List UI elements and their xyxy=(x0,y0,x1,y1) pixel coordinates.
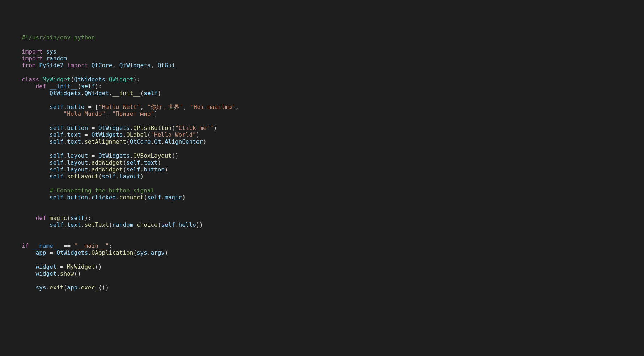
keyword-import: import xyxy=(67,62,88,69)
keyword-import: import xyxy=(22,48,43,55)
keyword-from: from xyxy=(22,62,36,69)
keyword-class: class xyxy=(22,76,39,83)
string-literal: "Hei maailma" xyxy=(190,103,235,110)
keyword-def: def xyxy=(36,215,46,221)
module-qtwidgets: QtWidgets xyxy=(119,62,151,69)
module-qtgui: QtGui xyxy=(158,62,175,69)
attr-layout: layout xyxy=(67,152,88,159)
string-literal: "你好，世界" xyxy=(147,103,183,110)
string-literal: "Click me!" xyxy=(175,124,213,131)
module-random: random xyxy=(46,55,67,62)
attr-button: button xyxy=(67,124,88,131)
code-editor[interactable]: #!/usr/bin/env python import sys import … xyxy=(22,34,622,291)
keyword-def: def xyxy=(36,83,46,90)
method-init: __init__ xyxy=(50,83,77,90)
method-magic: magic xyxy=(50,215,67,221)
module-sys: sys xyxy=(46,48,56,55)
code-comment: #!/usr/bin/env python xyxy=(22,34,95,41)
class-mywidget: MyWidget xyxy=(43,76,71,83)
module-pyside2: PySide2 xyxy=(39,62,63,69)
keyword-import: import xyxy=(22,55,43,62)
var-widget: widget xyxy=(36,263,57,270)
string-literal: "__main__" xyxy=(74,242,109,249)
module-qtcore: QtCore xyxy=(92,62,113,69)
string-literal: "Hello World" xyxy=(151,131,196,138)
string-literal: "Hola Mundo" xyxy=(64,110,106,117)
var-app: app xyxy=(36,249,46,256)
attr-hello: hello xyxy=(67,103,84,110)
string-literal: "Hallo Welt" xyxy=(98,103,140,110)
code-comment: # Connecting the button signal xyxy=(50,187,154,194)
keyword-if: if xyxy=(22,242,29,249)
string-literal: "Привет мир" xyxy=(112,110,154,117)
dunder-name: __name__ xyxy=(32,242,60,249)
attr-text: text xyxy=(67,131,81,138)
